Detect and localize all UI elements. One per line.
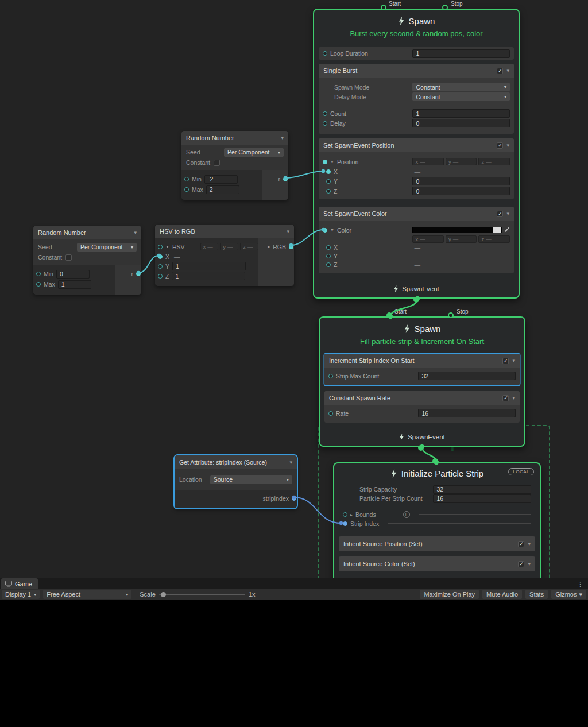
loop-duration-port[interactable]: [323, 51, 327, 56]
constant-checkbox[interactable]: [214, 160, 220, 166]
flow-port-stop[interactable]: [448, 312, 454, 318]
block-header[interactable]: Single Burst ✓ ▾: [319, 64, 514, 78]
max-port[interactable]: [36, 282, 41, 287]
node-title[interactable]: Random Number ▾: [33, 226, 141, 239]
min-field[interactable]: 0: [56, 270, 90, 279]
rate-port[interactable]: [328, 411, 333, 416]
delay-mode-dropdown[interactable]: Constant▾: [412, 92, 510, 101]
chevron-down-icon[interactable]: ▾: [512, 395, 515, 401]
chevron-down-icon[interactable]: ▾: [506, 211, 509, 216]
block-set-spawnevent-position[interactable]: Set SpawnEvent Position ✓ ▾ ▼ Position x…: [319, 138, 514, 199]
color-z-port[interactable]: [326, 262, 331, 267]
flow-port-start[interactable]: [386, 312, 392, 318]
node-title[interactable]: HSV to RGB ▾: [155, 225, 294, 238]
block-header[interactable]: Increment Strip Index On Start ✓ ▾: [324, 354, 520, 368]
chevron-down-icon[interactable]: ▾: [281, 135, 284, 141]
get-attribute-node[interactable]: Get Attribute: stripIndex (Source) ▾ Loc…: [175, 455, 297, 508]
flow-port-stop[interactable]: [442, 5, 448, 10]
flow-port-spawnevent[interactable]: [418, 445, 424, 451]
seed-dropdown[interactable]: Per Component ▾: [224, 148, 284, 157]
seed-dropdown[interactable]: Per Component ▾: [77, 243, 137, 252]
block-header[interactable]: Inherit Source Color (Set) ✓ ▾: [339, 556, 535, 571]
block-constant-spawn-rate[interactable]: Constant Spawn Rate ✓ ▾ Rate 16: [324, 391, 520, 423]
graph-area[interactable]: Particle Strip Random Number ▾ Seed Per …: [0, 0, 588, 578]
block-inherit-source-color[interactable]: Inherit Source Color (Set) ✓ ▾: [339, 556, 535, 571]
hsv-port[interactable]: [158, 245, 163, 249]
color-x-port[interactable]: [326, 245, 331, 250]
block-header[interactable]: Constant Spawn Rate ✓ ▾: [324, 391, 520, 405]
count-field[interactable]: 1: [412, 109, 510, 118]
hsv-x-port[interactable]: [158, 254, 163, 259]
block-set-spawnevent-color[interactable]: Set SpawnEvent Color ✓ ▾ ▼ Color: [319, 207, 514, 273]
chevron-down-icon[interactable]: ▾: [512, 358, 515, 363]
position-z-port[interactable]: [326, 189, 331, 194]
color-swatch[interactable]: [412, 227, 502, 233]
stats-button[interactable]: Stats: [525, 590, 548, 599]
flow-port-start[interactable]: [381, 5, 386, 10]
chevron-down-icon[interactable]: ▾: [528, 541, 531, 547]
node-title[interactable]: Random Number ▾: [181, 131, 288, 145]
chevron-down-icon[interactable]: ▾: [289, 459, 292, 465]
strip-index-port[interactable]: [343, 521, 347, 526]
block-header[interactable]: Set SpawnEvent Color ✓ ▾: [319, 207, 514, 221]
min-field[interactable]: -2: [204, 175, 238, 184]
spawn-context-2[interactable]: Start Stop Spawn Fill particle strip & I…: [319, 316, 525, 447]
max-field[interactable]: 1: [58, 280, 91, 289]
block-enabled-checkbox[interactable]: ✓: [497, 211, 503, 217]
hsv-to-rgb-node[interactable]: HSV to RGB ▾ ▼ HSV x— y— z— X: [155, 225, 294, 286]
delay-field[interactable]: 0: [412, 119, 510, 127]
random-number-node-2[interactable]: Random Number ▾ Seed Per Component ▾ Con…: [33, 226, 141, 295]
chevron-right-icon[interactable]: ▸: [350, 512, 353, 517]
constant-checkbox[interactable]: [65, 254, 72, 261]
block-enabled-checkbox[interactable]: ✓: [497, 142, 503, 149]
spawn-mode-dropdown[interactable]: Constant▾: [412, 83, 510, 91]
chevron-down-icon[interactable]: ▾: [134, 230, 137, 235]
z-field[interactable]: 0: [412, 187, 510, 195]
max-port[interactable]: [184, 187, 189, 192]
position-x-port[interactable]: [326, 169, 331, 174]
node-title[interactable]: Get Attribute: stripIndex (Source) ▾: [175, 455, 297, 469]
min-port[interactable]: [36, 272, 41, 276]
block-loop-duration[interactable]: Loop Duration 1: [319, 47, 514, 60]
rgb-output-port[interactable]: [289, 245, 293, 249]
hsv-y-port[interactable]: [158, 264, 163, 269]
tab-more-icon[interactable]: ⋮: [577, 581, 588, 589]
block-header[interactable]: Inherit Source Position (Set) ✓ ▾: [339, 536, 535, 551]
slider-handle[interactable]: [161, 592, 166, 597]
strip-max-count-field[interactable]: 32: [418, 372, 516, 380]
stripindex-output-port[interactable]: [292, 496, 296, 501]
y-field[interactable]: 1: [172, 262, 246, 270]
spawn-context-1[interactable]: Start Stop Spawn Burst every second & ra…: [313, 9, 520, 299]
chevron-down-icon[interactable]: ▾: [287, 229, 289, 234]
rate-field[interactable]: 16: [418, 409, 516, 417]
random-output-port[interactable]: [283, 177, 288, 181]
gizmos-dropdown[interactable]: Gizmos ▾: [551, 590, 586, 599]
tab-game[interactable]: Game: [1, 578, 38, 589]
eyedropper-icon[interactable]: [504, 227, 510, 233]
initialize-particle-strip-context[interactable]: LOCAL Initialize Particle Strip Strip Ca…: [333, 462, 541, 578]
position-port[interactable]: [323, 160, 327, 164]
block-single-burst[interactable]: Single Burst ✓ ▾ Spawn Mode Constant▾ De…: [319, 64, 514, 134]
aspect-dropdown[interactable]: Free Aspect ▾: [43, 590, 131, 599]
particle-per-strip-count-field[interactable]: 16: [433, 494, 531, 503]
min-port[interactable]: [184, 177, 189, 181]
block-enabled-checkbox[interactable]: ✓: [518, 541, 524, 547]
expand-icon[interactable]: ▼: [330, 160, 334, 164]
bounds-port[interactable]: [343, 512, 347, 517]
random-number-node-1[interactable]: Random Number ▾ Seed Per Component ▾ Con…: [181, 131, 288, 200]
block-inherit-source-position[interactable]: Inherit Source Position (Set) ✓ ▾: [339, 536, 535, 551]
maximize-on-play-button[interactable]: Maximize On Play: [420, 590, 479, 599]
local-space-icon[interactable]: L: [403, 511, 410, 518]
mute-audio-button[interactable]: Mute Audio: [482, 590, 522, 599]
count-port[interactable]: [323, 111, 327, 116]
expand-icon[interactable]: ▼: [330, 228, 334, 232]
strip-capacity-field[interactable]: 32: [433, 485, 531, 494]
block-enabled-checkbox[interactable]: ✓: [497, 68, 503, 74]
scale-slider[interactable]: [159, 590, 245, 599]
chevron-down-icon[interactable]: ▾: [528, 561, 531, 567]
flow-port-spawnevent[interactable]: [413, 297, 419, 303]
block-enabled-checkbox[interactable]: ✓: [518, 561, 524, 567]
strip-max-count-port[interactable]: [328, 374, 333, 378]
flow-port-start[interactable]: [432, 458, 438, 464]
loop-duration-field[interactable]: 1: [412, 49, 510, 58]
